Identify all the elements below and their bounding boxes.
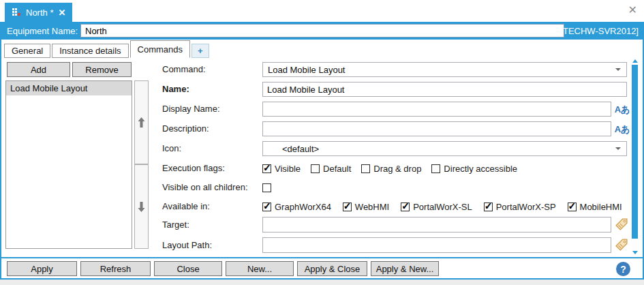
equipment-icon [12,7,21,17]
scrollbar-thumb[interactable] [632,65,638,239]
checkbox-portalworx-sl[interactable]: PortalWorX-SL [401,202,472,212]
dropdown-caret-icon [615,68,621,71]
tab-general[interactable]: General [4,44,50,58]
description-input[interactable] [262,121,611,136]
checkbox-icon [568,202,577,211]
checkbox-icon [431,164,440,173]
icon-value: <default> [263,144,319,154]
available-in-group: GraphWorX64 WebHMI PortalWorX-SL PortalW… [262,200,622,213]
server-badge: [TECHW-SVR2012] [560,26,639,36]
command-label: Command: [162,62,206,77]
footer-separator [1,257,643,258]
tag-icon[interactable] [615,218,628,230]
command-combobox[interactable]: Load Mobile Layout [262,62,627,77]
icon-combobox[interactable]: <default> [262,141,627,156]
checkbox-icon [311,164,320,173]
checkbox-visible-all-children[interactable] [262,183,271,192]
refresh-button[interactable]: Refresh [80,261,151,276]
checkbox-icon [262,202,271,211]
tab-strip: General Instance details Commands + [4,40,211,58]
target-label: Target: [162,217,189,232]
available-in-label: Available in: [162,199,210,214]
display-name-label: Display Name: [162,102,220,117]
window-close-icon[interactable]: ✕ [628,3,637,16]
visible-all-children-group [262,181,271,194]
layout-path-label: Layout Path: [162,238,212,253]
layout-path-input[interactable] [262,237,611,253]
checkbox-webhmi[interactable]: WebHMI [343,202,389,212]
add-tab-button[interactable]: + [191,44,209,58]
description-label: Description: [162,121,209,136]
tab-instance-details[interactable]: Instance details [52,44,128,58]
equipment-header-bar: Equipment Name: [TECHW-SVR2012] [0,22,644,40]
execution-flags-group: Visible Default Drag & drop Directly acc… [262,162,517,175]
checkbox-portalworx-sp[interactable]: PortalWorX-SP [484,202,556,212]
equipment-name-label: Equipment Name: [7,26,78,36]
help-icon[interactable]: ? [616,262,630,276]
icon-label: Icon: [162,141,181,156]
apply-new-button[interactable]: Apply & New... [371,261,439,276]
apply-button[interactable]: Apply [7,261,77,276]
move-down-icon [138,202,145,212]
remove-button[interactable]: Remove [72,62,132,77]
document-tab-north[interactable]: North * ✕ [5,3,72,22]
tag-icon[interactable] [615,239,628,251]
execution-flags-label: Execution flags: [162,161,225,176]
apply-close-button[interactable]: Apply & Close [297,261,367,276]
move-up-button[interactable] [134,80,149,164]
command-value: Load Mobile Layout [263,65,345,75]
window-border-left [0,40,1,280]
checkbox-mobilehmi[interactable]: MobileHMI [568,202,622,212]
checkbox-graphworx64[interactable]: GraphWorX64 [262,202,331,212]
name-label: Name: [162,82,189,97]
checkbox-directly-accessible[interactable]: Directly accessible [431,164,517,174]
scroll-up-icon[interactable] [632,59,638,63]
move-down-button[interactable] [134,164,149,249]
equipment-name-input[interactable] [80,24,564,38]
checkbox-icon [484,202,493,211]
move-up-icon [138,117,145,127]
checkbox-default[interactable]: Default [311,164,351,174]
checkbox-icon [361,164,370,173]
checkbox-icon [262,183,271,192]
new-button[interactable]: New... [226,261,294,276]
add-button[interactable]: Add [7,62,70,77]
checkbox-icon [343,202,352,211]
localize-icon[interactable]: Aあ [614,123,630,136]
form-scrollbar[interactable] [631,58,639,256]
checkbox-icon [262,164,271,173]
dropdown-caret-icon [615,147,621,150]
assetworx-command-editor: North * ✕ ✕ Equipment Name: [TECHW-SVR20… [0,0,644,285]
checkbox-drag-drop[interactable]: Drag & drop [361,164,421,174]
scroll-down-icon[interactable] [632,251,638,254]
checkbox-visible[interactable]: Visible [262,164,301,174]
tab-commands[interactable]: Commands [130,40,190,58]
localize-icon[interactable]: Aあ [614,104,630,116]
bottom-strip [0,280,644,285]
display-name-input[interactable] [262,102,611,117]
target-input[interactable] [262,217,611,232]
name-input[interactable] [262,82,627,97]
commands-list: Load Mobile Layout [5,80,132,249]
tab-close-icon[interactable]: ✕ [58,7,65,18]
document-tab-title: North * [26,7,53,18]
list-item[interactable]: Load Mobile Layout [6,81,132,95]
visible-all-children-label: Visible on all children: [162,180,248,195]
checkbox-icon [401,202,410,211]
close-button[interactable]: Close [154,261,222,276]
